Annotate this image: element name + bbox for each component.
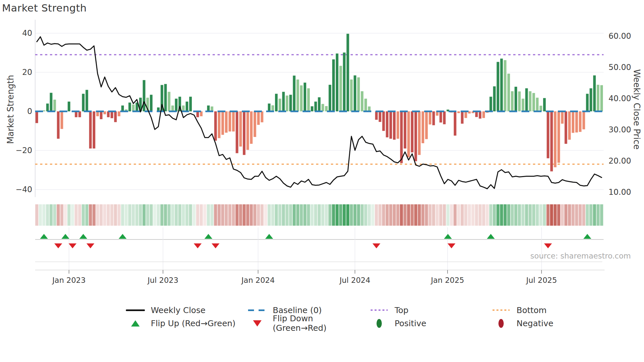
flip-down-triangle-icon: [247, 320, 267, 327]
heatmap-cell: [214, 204, 217, 226]
strength-bar: [547, 111, 549, 158]
heatmap-cell: [46, 204, 49, 226]
strength-bar: [293, 76, 295, 111]
heatmap-cell: [118, 204, 121, 226]
heatmap-cell: [475, 204, 478, 226]
strength-bar: [572, 111, 574, 133]
heatmap-cell: [300, 204, 303, 226]
heatmap-cell: [132, 204, 135, 226]
strength-bar: [414, 111, 417, 161]
heatmap-cell: [221, 204, 224, 226]
heatmap-cell: [232, 204, 235, 226]
strength-bar: [300, 85, 303, 111]
strength-bar: [57, 111, 59, 139]
heatmap-cell: [354, 204, 356, 226]
heatmap-cell: [461, 204, 464, 226]
strength-bar: [257, 111, 260, 125]
heatmap-cell: [157, 204, 160, 226]
strength-bar: [336, 54, 338, 111]
heatmap-cell: [128, 204, 131, 226]
heatmap-cell: [164, 204, 167, 226]
heatmap-cell: [396, 204, 399, 226]
strength-bar: [282, 92, 285, 112]
heatmap-cell: [92, 204, 95, 226]
heatmap-cell: [71, 204, 74, 226]
heatmap-cell: [539, 204, 542, 226]
heatmap-cell: [518, 204, 521, 226]
flip-up-icon: [40, 234, 48, 239]
heatmap-cell: [339, 204, 342, 226]
strength-bar: [425, 111, 428, 139]
strength-bar: [182, 105, 185, 111]
strength-bar: [110, 111, 113, 118]
heatmap-cell: [600, 204, 603, 226]
heatmap-cell: [360, 204, 363, 226]
legend-label-weekly-close: Weekly Close: [151, 305, 205, 315]
heatmap-cell: [314, 204, 317, 226]
strength-bar: [68, 102, 70, 111]
heatmap-cell: [196, 204, 199, 226]
heatmap-cell: [379, 204, 381, 226]
heatmap-cell: [589, 204, 592, 226]
heatmap-cell: [107, 204, 110, 226]
heatmap-cell: [407, 204, 410, 226]
heatmap-cell: [271, 204, 274, 226]
flip-up-triangle-icon: [125, 320, 146, 327]
heatmap-cell: [521, 204, 524, 226]
heatmap-cell: [436, 204, 439, 226]
strength-bar: [311, 106, 313, 111]
heatmap-cell: [143, 204, 146, 226]
strength-bar: [382, 111, 385, 131]
heatmap-cell: [168, 204, 171, 226]
heatmap-cell: [307, 204, 310, 226]
strength-bar: [525, 88, 528, 111]
date-tick-label: Jul 2024: [339, 276, 371, 284]
heatmap-cell: [375, 204, 378, 226]
strength-bar: [386, 111, 388, 137]
heatmap-cell: [293, 204, 296, 226]
flip-up-icon: [204, 234, 212, 239]
strength-bar: [343, 53, 346, 111]
strength-bar: [339, 66, 342, 111]
strength-bar: [232, 111, 235, 131]
heatmap-cell: [432, 204, 435, 226]
heatmap-cell: [568, 204, 571, 226]
heatmap-cell: [357, 204, 360, 226]
heatmap-cell: [318, 204, 321, 226]
heatmap-cell: [550, 204, 553, 226]
heatmap-cell: [536, 204, 539, 226]
heatmap-cell: [178, 204, 181, 226]
heatmap-cell: [411, 204, 414, 226]
strength-bar: [207, 105, 210, 111]
right-tick-label: 30.00: [609, 125, 631, 134]
heatmap-cell: [310, 204, 313, 226]
heatmap-cell: [425, 204, 428, 226]
heatmap-cell: [464, 204, 467, 226]
strength-bar: [128, 102, 131, 111]
source-attribution: source: sharemaestro.com: [530, 252, 631, 260]
left-tick-label: −20: [15, 146, 32, 155]
strength-bar: [589, 88, 592, 111]
strength-bar: [543, 98, 546, 111]
flip-down-icon: [448, 243, 455, 248]
heatmap-cell: [264, 204, 267, 226]
strength-bar: [561, 111, 564, 124]
heatmap-cell: [207, 204, 210, 226]
heatmap-cell: [579, 204, 582, 226]
strength-bar: [457, 111, 460, 113]
heatmap-cell: [393, 204, 396, 226]
heatmap-cell: [50, 204, 53, 226]
heatmap-cell: [493, 204, 496, 226]
strength-bar: [507, 74, 510, 111]
heatmap-cell: [114, 204, 117, 226]
heatmap-cell: [296, 204, 299, 226]
heatmap-cell: [586, 204, 589, 226]
heatmap-cell: [386, 204, 389, 226]
heatmap-cell: [450, 204, 453, 226]
bottom-dotted-icon: [491, 309, 511, 311]
heatmap-cell: [125, 204, 127, 226]
heatmap-cell: [507, 204, 510, 226]
strength-bar: [518, 91, 521, 111]
flip-up-icon: [265, 234, 273, 239]
strength-bar: [85, 90, 88, 111]
